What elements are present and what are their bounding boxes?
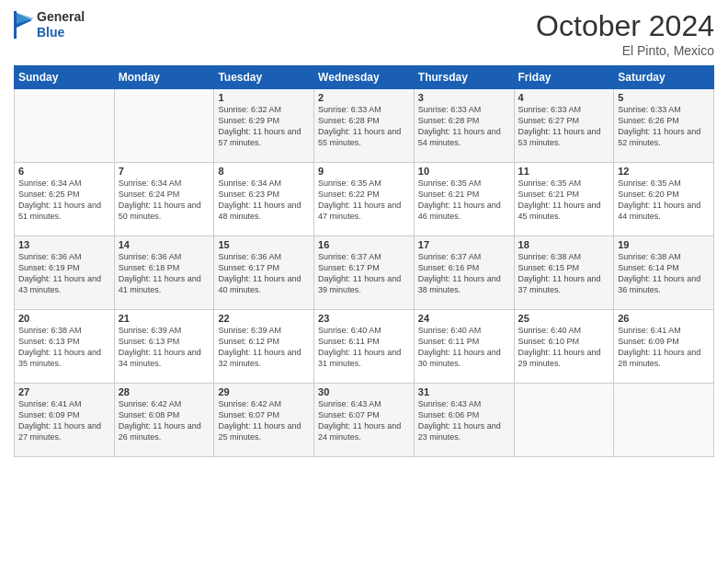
calendar-cell: 17Sunrise: 6:37 AM Sunset: 6:16 PM Dayli… — [414, 236, 514, 310]
logo-general-text: General — [37, 9, 85, 25]
calendar-cell: 7Sunrise: 6:34 AM Sunset: 6:24 PM Daylig… — [114, 163, 214, 236]
day-number: 18 — [518, 239, 610, 250]
logo-flag-icon — [14, 11, 34, 39]
calendar-cell — [15, 89, 115, 163]
day-number: 19 — [618, 239, 710, 250]
day-number: 22 — [218, 313, 310, 324]
calendar-week-row: 1Sunrise: 6:32 AM Sunset: 6:29 PM Daylig… — [15, 89, 714, 163]
day-number: 31 — [418, 386, 510, 397]
day-number: 4 — [518, 92, 610, 103]
calendar-cell: 16Sunrise: 6:37 AM Sunset: 6:17 PM Dayli… — [314, 236, 415, 310]
day-number: 25 — [518, 313, 610, 324]
cell-info: Sunrise: 6:41 AM Sunset: 6:09 PM Dayligh… — [618, 325, 710, 370]
cell-info: Sunrise: 6:35 AM Sunset: 6:21 PM Dayligh… — [418, 178, 510, 223]
cell-info: Sunrise: 6:37 AM Sunset: 6:16 PM Dayligh… — [418, 251, 510, 296]
day-number: 15 — [218, 239, 310, 250]
calendar-cell: 24Sunrise: 6:40 AM Sunset: 6:11 PM Dayli… — [414, 310, 514, 384]
calendar-cell: 28Sunrise: 6:42 AM Sunset: 6:08 PM Dayli… — [114, 384, 214, 457]
weekday-header-row: SundayMondayTuesdayWednesdayThursdayFrid… — [15, 66, 714, 89]
calendar-week-row: 20Sunrise: 6:38 AM Sunset: 6:13 PM Dayli… — [15, 310, 714, 384]
cell-info: Sunrise: 6:34 AM Sunset: 6:25 PM Dayligh… — [18, 178, 110, 223]
cell-info: Sunrise: 6:40 AM Sunset: 6:11 PM Dayligh… — [318, 325, 410, 370]
weekday-header-tuesday: Tuesday — [214, 66, 314, 89]
cell-info: Sunrise: 6:34 AM Sunset: 6:24 PM Dayligh… — [119, 178, 210, 223]
calendar-cell: 14Sunrise: 6:36 AM Sunset: 6:18 PM Dayli… — [114, 236, 214, 310]
calendar-cell: 6Sunrise: 6:34 AM Sunset: 6:25 PM Daylig… — [15, 163, 115, 236]
day-number: 29 — [218, 386, 310, 397]
calendar-cell — [514, 384, 614, 457]
cell-info: Sunrise: 6:38 AM Sunset: 6:15 PM Dayligh… — [518, 251, 610, 296]
day-number: 8 — [218, 166, 310, 177]
day-number: 13 — [18, 239, 110, 250]
day-number: 2 — [318, 92, 410, 103]
cell-info: Sunrise: 6:37 AM Sunset: 6:17 PM Dayligh… — [318, 251, 410, 296]
calendar-cell: 2Sunrise: 6:33 AM Sunset: 6:28 PM Daylig… — [314, 89, 415, 163]
logo-container: General Blue — [14, 9, 85, 40]
calendar-cell: 9Sunrise: 6:35 AM Sunset: 6:22 PM Daylig… — [314, 163, 415, 236]
calendar-cell: 13Sunrise: 6:36 AM Sunset: 6:19 PM Dayli… — [15, 236, 115, 310]
cell-info: Sunrise: 6:39 AM Sunset: 6:12 PM Dayligh… — [218, 325, 310, 370]
calendar-cell: 19Sunrise: 6:38 AM Sunset: 6:14 PM Dayli… — [614, 236, 714, 310]
day-number: 30 — [318, 386, 410, 397]
cell-info: Sunrise: 6:33 AM Sunset: 6:28 PM Dayligh… — [418, 104, 510, 149]
cell-info: Sunrise: 6:40 AM Sunset: 6:11 PM Dayligh… — [418, 325, 510, 370]
day-number: 27 — [18, 386, 110, 397]
svg-rect-0 — [14, 11, 17, 39]
calendar-cell: 20Sunrise: 6:38 AM Sunset: 6:13 PM Dayli… — [15, 310, 115, 384]
cell-info: Sunrise: 6:33 AM Sunset: 6:27 PM Dayligh… — [518, 104, 610, 149]
calendar-cell: 1Sunrise: 6:32 AM Sunset: 6:29 PM Daylig… — [214, 89, 314, 163]
day-number: 10 — [418, 166, 510, 177]
cell-info: Sunrise: 6:33 AM Sunset: 6:26 PM Dayligh… — [618, 104, 710, 149]
calendar-cell: 22Sunrise: 6:39 AM Sunset: 6:12 PM Dayli… — [214, 310, 314, 384]
day-number: 23 — [318, 313, 410, 324]
cell-info: Sunrise: 6:36 AM Sunset: 6:17 PM Dayligh… — [218, 251, 310, 296]
calendar-week-row: 13Sunrise: 6:36 AM Sunset: 6:19 PM Dayli… — [15, 236, 714, 310]
cell-info: Sunrise: 6:38 AM Sunset: 6:14 PM Dayligh… — [618, 251, 710, 296]
calendar-cell: 8Sunrise: 6:34 AM Sunset: 6:23 PM Daylig… — [214, 163, 314, 236]
cell-info: Sunrise: 6:42 AM Sunset: 6:08 PM Dayligh… — [119, 398, 210, 443]
cell-info: Sunrise: 6:36 AM Sunset: 6:19 PM Dayligh… — [18, 251, 110, 296]
page: General Blue October 2024 El Pinto, Mexi… — [0, 0, 728, 563]
calendar-cell: 27Sunrise: 6:41 AM Sunset: 6:09 PM Dayli… — [15, 384, 115, 457]
cell-info: Sunrise: 6:35 AM Sunset: 6:22 PM Dayligh… — [318, 178, 410, 223]
calendar-cell — [114, 89, 214, 163]
cell-info: Sunrise: 6:34 AM Sunset: 6:23 PM Dayligh… — [218, 178, 310, 223]
cell-info: Sunrise: 6:43 AM Sunset: 6:07 PM Dayligh… — [318, 398, 410, 443]
day-number: 17 — [418, 239, 510, 250]
cell-info: Sunrise: 6:43 AM Sunset: 6:06 PM Dayligh… — [418, 398, 510, 443]
weekday-header-wednesday: Wednesday — [314, 66, 415, 89]
day-number: 24 — [418, 313, 510, 324]
header: General Blue October 2024 El Pinto, Mexi… — [14, 9, 714, 58]
weekday-header-monday: Monday — [114, 66, 214, 89]
cell-info: Sunrise: 6:40 AM Sunset: 6:10 PM Dayligh… — [518, 325, 610, 370]
calendar-cell: 12Sunrise: 6:35 AM Sunset: 6:20 PM Dayli… — [614, 163, 714, 236]
calendar-cell: 21Sunrise: 6:39 AM Sunset: 6:13 PM Dayli… — [114, 310, 214, 384]
calendar-cell: 31Sunrise: 6:43 AM Sunset: 6:06 PM Dayli… — [414, 384, 514, 457]
weekday-header-sunday: Sunday — [15, 66, 115, 89]
logo-blue-text: Blue — [37, 25, 85, 40]
calendar-cell: 26Sunrise: 6:41 AM Sunset: 6:09 PM Dayli… — [614, 310, 714, 384]
calendar-week-row: 27Sunrise: 6:41 AM Sunset: 6:09 PM Dayli… — [15, 384, 714, 457]
cell-info: Sunrise: 6:35 AM Sunset: 6:20 PM Dayligh… — [618, 178, 710, 223]
weekday-header-thursday: Thursday — [414, 66, 514, 89]
weekday-header-friday: Friday — [514, 66, 614, 89]
day-number: 12 — [618, 166, 710, 177]
cell-info: Sunrise: 6:38 AM Sunset: 6:13 PM Dayligh… — [18, 325, 110, 370]
cell-info: Sunrise: 6:41 AM Sunset: 6:09 PM Dayligh… — [18, 398, 110, 443]
day-number: 6 — [18, 166, 110, 177]
day-number: 16 — [318, 239, 410, 250]
cell-info: Sunrise: 6:32 AM Sunset: 6:29 PM Dayligh… — [218, 104, 310, 149]
day-number: 9 — [318, 166, 410, 177]
logo-text-container: General Blue — [37, 9, 85, 40]
day-number: 28 — [119, 386, 210, 397]
calendar-cell: 29Sunrise: 6:42 AM Sunset: 6:07 PM Dayli… — [214, 384, 314, 457]
calendar-cell: 3Sunrise: 6:33 AM Sunset: 6:28 PM Daylig… — [414, 89, 514, 163]
day-number: 20 — [18, 313, 110, 324]
location-subtitle: El Pinto, Mexico — [536, 43, 714, 58]
calendar-week-row: 6Sunrise: 6:34 AM Sunset: 6:25 PM Daylig… — [15, 163, 714, 236]
logo: General Blue — [14, 9, 85, 40]
day-number: 11 — [518, 166, 610, 177]
month-title: October 2024 — [536, 9, 714, 43]
calendar-cell: 23Sunrise: 6:40 AM Sunset: 6:11 PM Dayli… — [314, 310, 415, 384]
day-number: 14 — [119, 239, 210, 250]
